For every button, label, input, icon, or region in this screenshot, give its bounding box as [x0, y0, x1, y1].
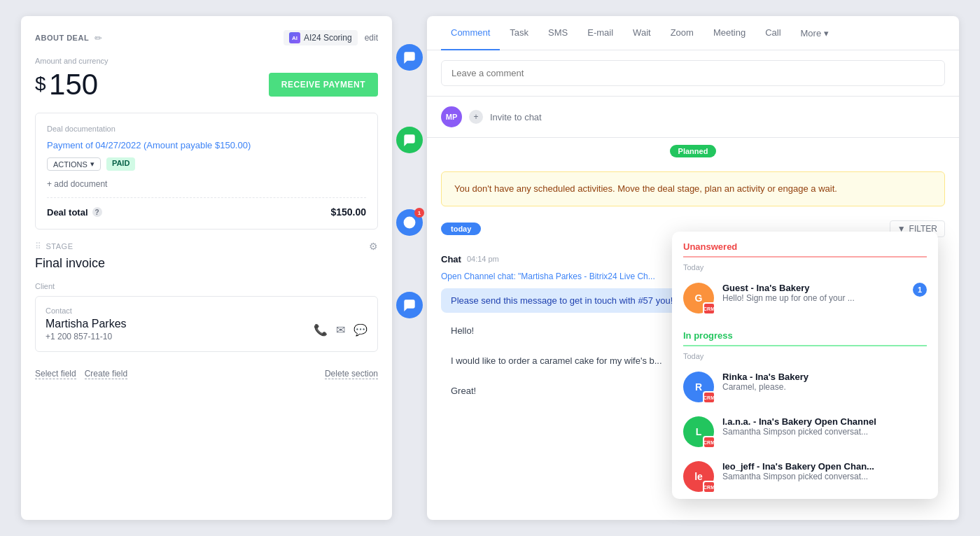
chat-item-name-guest: Guest - Ina's Bakery — [722, 283, 904, 293]
tab-zoom[interactable]: Zoom — [661, 16, 704, 50]
stage-section: ⠿ Stage ⚙ Final invoice — [35, 241, 378, 271]
crm-badge: CRM — [703, 436, 715, 449]
chat-list-item-rinka[interactable]: R CRM Rinka - Ina's Bakery Caramel, plea… — [672, 365, 938, 409]
contact-icons: 📞 ✉ 💬 — [314, 323, 368, 337]
chat-item-name-leojeff: leo_jeff - Ina's Bakery Open Chan... — [722, 461, 927, 472]
client-section: Client Contact Martisha Parkes +1 200 85… — [35, 282, 378, 352]
gear-icon[interactable]: ⚙ — [369, 241, 378, 252]
invite-row: MP + Invite to chat — [427, 97, 959, 138]
chat-item-content-guest: Guest - Ina's Bakery Hello! Sign me up f… — [722, 283, 904, 303]
comment-input[interactable] — [441, 60, 945, 86]
receive-payment-button[interactable]: RECEIVE PAYMENT — [269, 73, 378, 97]
chat-dropdown: Unanswered Today G CRM Guest - Ina's Bak… — [672, 232, 938, 499]
tab-task[interactable]: Task — [500, 16, 538, 50]
plus-icon[interactable]: + — [469, 110, 483, 124]
ai-scoring-label: AI24 Scoring — [304, 33, 352, 43]
chat-icon[interactable]: 💬 — [354, 323, 368, 337]
amount-display: $ 150 — [35, 68, 98, 101]
chat-item-content-lana: l.a.n.a. - Ina's Bakery Open Channel Sam… — [722, 416, 927, 437]
chat-item-preview-rinka: Caramel, please. — [722, 382, 927, 392]
badge-row: ACTIONS ▾ PAID — [47, 157, 366, 171]
left-panel: ABOUT DEAL ✏ AI AI24 Scoring edit Amount… — [21, 16, 392, 520]
timeline-icon-chat — [396, 44, 423, 71]
tab-email[interactable]: E-mail — [578, 16, 623, 50]
tab-comment[interactable]: Comment — [441, 16, 500, 50]
amount-label: Amount and currency — [35, 57, 378, 65]
bottom-actions: Select field Create field Delete section — [35, 363, 378, 379]
in-progress-divider — [683, 345, 927, 346]
phone-icon[interactable]: 📞 — [314, 323, 328, 337]
payment-link[interactable]: Payment of 04/27/2022 (Amount payable $1… — [47, 140, 366, 150]
chat-list-item-guest[interactable]: G CRM Guest - Ina's Bakery Hello! Sign m… — [672, 276, 938, 320]
chat-list-item-lana[interactable]: L CRM l.a.n.a. - Ina's Bakery Open Chann… — [672, 409, 938, 454]
invite-text: Invite to chat — [490, 112, 542, 122]
unanswered-today-label: Today — [672, 263, 938, 276]
chevron-down-icon: ▾ — [824, 28, 829, 38]
email-icon[interactable]: ✉ — [336, 323, 345, 337]
ai-scoring-badge: AI AI24 Scoring — [284, 30, 358, 45]
delete-section-link[interactable]: Delete section — [325, 369, 378, 379]
create-field-link[interactable]: Create field — [85, 369, 127, 379]
ai-icon: AI — [289, 32, 300, 43]
deal-doc-section: Deal documentation Payment of 04/27/2022… — [35, 113, 378, 230]
deal-doc-label: Deal documentation — [47, 125, 366, 133]
crm-badge: CRM — [703, 302, 715, 315]
chat-avatar-lana: L CRM — [683, 416, 714, 447]
unread-count-guest: 1 — [913, 283, 927, 297]
unanswered-section-label: Unanswered — [672, 232, 938, 256]
planned-info-box: You don't have any scheduled activities.… — [441, 171, 945, 206]
unanswered-divider — [683, 256, 927, 258]
contact-phone: +1 200 857-11-10 — [46, 332, 127, 341]
timeline-col: 1 — [392, 16, 427, 520]
user-avatar: MP — [441, 106, 462, 127]
planned-container: Planned — [427, 138, 959, 164]
client-label: Client — [35, 282, 378, 290]
chat-item-content-leojeff: leo_jeff - Ina's Bakery Open Chan... Sam… — [722, 461, 927, 481]
tab-wait[interactable]: Wait — [623, 16, 661, 50]
chat-list-item-leojeff[interactable]: le CRM leo_jeff - Ina's Bakery Open Chan… — [672, 454, 938, 499]
stage-value: Final invoice — [35, 256, 378, 271]
add-document-link[interactable]: + add document — [47, 179, 366, 189]
timeline-icon-info: 1 — [396, 209, 423, 236]
edit-pencil-icon[interactable]: ✏ — [94, 33, 102, 43]
chat-item-name-lana: l.a.n.a. - Ina's Bakery Open Channel — [722, 416, 927, 427]
crm-badge: CRM — [703, 481, 715, 493]
more-label: More — [801, 28, 822, 38]
tab-sms[interactable]: SMS — [538, 16, 578, 50]
amount-value: 150 — [49, 68, 98, 101]
about-deal-left: ABOUT DEAL ✏ — [35, 33, 102, 43]
edit-link[interactable]: edit — [365, 33, 378, 43]
tab-meeting[interactable]: Meeting — [704, 16, 755, 50]
tabs-bar: Comment Task SMS E-mail Wait Zoom Meetin… — [427, 16, 959, 50]
about-deal-title: ABOUT DEAL — [35, 34, 89, 42]
planned-badge: Planned — [670, 145, 717, 157]
stage-label: ⠿ Stage — [35, 241, 73, 251]
chat-title: Chat — [441, 254, 461, 265]
chat-item-preview-lana: Samantha Simpson picked conversat... — [722, 427, 927, 437]
chat-item-preview-guest: Hello! Sign me up for one of your ... — [722, 293, 904, 303]
drag-icon: ⠿ — [35, 241, 42, 251]
chat-time: 04:14 pm — [467, 255, 499, 263]
actions-label: ACTIONS — [53, 160, 88, 169]
about-deal-header: ABOUT DEAL ✏ AI AI24 Scoring edit — [35, 30, 378, 45]
contact-label: Contact — [46, 306, 368, 315]
chat-item-content-rinka: Rinka - Ina's Bakery Caramel, please. — [722, 372, 927, 392]
about-deal-right: AI AI24 Scoring edit — [284, 30, 378, 45]
chat-item-name-rinka: Rinka - Ina's Bakery — [722, 372, 927, 382]
timeline-icon-chat2 — [396, 292, 423, 318]
in-progress-section-label: In progress — [672, 320, 938, 345]
deal-total-value: $150.00 — [330, 206, 366, 218]
deal-total-label: Deal total ? — [47, 207, 102, 218]
chat-item-preview-leojeff: Samantha Simpson picked conversat... — [722, 472, 927, 481]
comment-area — [427, 50, 959, 97]
today-badge: today — [441, 223, 481, 235]
contact-name: Martisha Parkes +1 200 857-11-10 — [46, 318, 127, 341]
chevron-down-icon: ▾ — [90, 160, 94, 169]
contact-card: Contact Martisha Parkes +1 200 857-11-10… — [35, 296, 378, 352]
tab-call[interactable]: Call — [755, 16, 790, 50]
actions-badge[interactable]: ACTIONS ▾ — [47, 157, 101, 171]
select-field-link[interactable]: Select field — [35, 369, 76, 379]
tab-more[interactable]: More ▾ — [791, 17, 839, 50]
help-icon: ? — [92, 207, 102, 217]
paid-badge: PAID — [106, 157, 135, 171]
